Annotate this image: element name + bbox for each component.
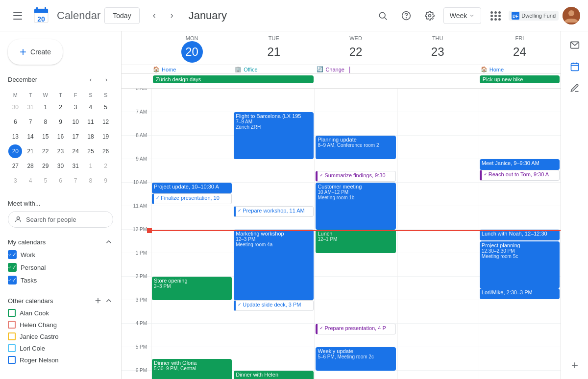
badge-mon-home[interactable]: 🏠 Home — [151, 65, 233, 73]
event-lori-mike[interactable]: Lori/Mike, 2:30–3 PM — [480, 288, 560, 299]
badge-wed-change[interactable]: 🔄 Change │ — [315, 65, 396, 73]
mini-prev-button[interactable]: ‹ — [84, 72, 98, 86]
mini-day-7[interactable]: 7 — [69, 174, 82, 188]
event-dinner-gloria[interactable]: Dinner with Gloria 5:30–9 PM, Central — [152, 359, 232, 379]
today-button[interactable]: Today — [104, 7, 139, 24]
mini-day-4[interactable]: 4 — [84, 100, 98, 114]
mini-day-19[interactable]: 19 — [99, 130, 113, 143]
mini-day-30[interactable]: 30 — [8, 100, 22, 114]
day-num-fri[interactable]: 24 — [509, 41, 530, 63]
mini-day-1[interactable]: 1 — [84, 159, 98, 173]
mini-day-8[interactable]: 8 — [39, 115, 52, 129]
mini-day-5[interactable]: 5 — [39, 174, 52, 188]
allday-event-bike[interactable]: Pick up new bike — [480, 75, 560, 83]
mini-day-6[interactable]: 6 — [53, 174, 67, 188]
mini-day-4[interactable]: 4 — [24, 174, 37, 188]
work-checkbox[interactable] — [8, 250, 17, 259]
mini-day-26[interactable]: 26 — [99, 144, 113, 158]
calendar-roger-nelson[interactable]: Roger Nelson — [8, 354, 113, 366]
event-lunch[interactable]: Lunch 12–1 PM — [316, 230, 395, 253]
calendar-tasks[interactable]: Tasks — [8, 274, 113, 286]
view-selector[interactable]: Week — [443, 7, 482, 24]
mini-day-10[interactable]: 10 — [69, 115, 82, 129]
mini-day-5[interactable]: 5 — [99, 100, 113, 114]
mini-day-22[interactable]: 22 — [39, 144, 52, 158]
add-other-calendar-button[interactable] — [94, 296, 102, 305]
allday-event-zurich[interactable]: Zürich design days — [153, 75, 314, 83]
day-num-tue[interactable]: 21 — [263, 41, 285, 63]
calendar-lori-cole[interactable]: Lori Cole — [8, 342, 113, 354]
event-project-update[interactable]: Project update, 10–10:30 A — [152, 183, 232, 193]
tasks-checkbox[interactable] — [8, 276, 17, 284]
right-icon-pencil[interactable] — [565, 78, 585, 98]
mini-day-11[interactable]: 11 — [84, 115, 98, 129]
mini-day-14[interactable]: 14 — [24, 130, 37, 143]
help-button[interactable] — [396, 6, 416, 25]
mini-day-1[interactable]: 1 — [39, 100, 52, 114]
mini-day-23[interactable]: 23 — [53, 144, 67, 158]
mini-day-13[interactable]: 13 — [8, 130, 22, 143]
event-finalize-presentation[interactable]: ✓ Finalize presentation, 10 — [152, 193, 232, 204]
event-lunch-noah[interactable]: Lunch with Noah, 12–12:30 — [480, 230, 560, 240]
other-calendars-header[interactable]: Other calendars — [8, 294, 113, 307]
search-people-button[interactable]: Search for people — [8, 211, 113, 228]
mini-day-3[interactable]: 3 — [8, 174, 22, 188]
mini-day-25[interactable]: 25 — [84, 144, 98, 158]
calendar-personal[interactable]: Personal — [8, 261, 113, 274]
mini-day-17[interactable]: 17 — [69, 130, 82, 143]
time-area[interactable]: 6 AM7 AM8 AM9 AM10 AM11 AM12 PM1 PM2 PM3… — [122, 89, 561, 379]
event-store-opening[interactable]: Store opening 2–3 PM — [152, 277, 232, 300]
mini-day-2[interactable]: 2 — [99, 159, 113, 173]
mini-day-6[interactable]: 6 — [8, 115, 22, 129]
search-button[interactable] — [373, 6, 392, 25]
account-badge[interactable]: DF Dwelling Fund — [509, 11, 559, 21]
mini-day-21[interactable]: 21 — [24, 144, 37, 158]
mini-day-24[interactable]: 24 — [69, 144, 82, 158]
day-num-wed[interactable]: 22 — [345, 41, 367, 63]
mini-day-9[interactable]: 9 — [53, 115, 67, 129]
calendar-janice-castro[interactable]: Janice Castro — [8, 331, 113, 342]
mini-day-9[interactable]: 9 — [99, 174, 113, 188]
prev-button[interactable]: ‹ — [146, 7, 163, 24]
mini-day-18[interactable]: 18 — [84, 130, 98, 143]
event-dinner-helen[interactable]: Dinner with Helen — [234, 371, 314, 379]
right-icon-mail[interactable] — [565, 35, 585, 55]
right-icon-calendar[interactable] — [565, 57, 585, 76]
mini-day-27[interactable]: 27 — [8, 159, 22, 173]
mini-day-30[interactable]: 30 — [53, 159, 67, 173]
helen-chang-checkbox[interactable] — [8, 321, 16, 329]
event-customer-meeting[interactable]: Customer meeting 10 AM–12 PM Meeting roo… — [316, 183, 395, 230]
create-button[interactable]: + Create — [8, 39, 63, 65]
event-weekly-update[interactable]: Weekly update 5–6 PM, Meeting room 2c — [316, 347, 395, 371]
apps-button[interactable] — [485, 6, 505, 25]
alan-cook-checkbox[interactable] — [8, 309, 16, 317]
mini-day-31[interactable]: 31 — [69, 159, 82, 173]
event-prepare-presentation[interactable]: ✓ Prepare presentation, 4 P — [316, 324, 395, 334]
badge-fri-home[interactable]: 🏠 Home — [479, 65, 561, 73]
event-flight-barcelona[interactable]: Flight to Barcelona (LX 195 7–9 AM Züric… — [234, 112, 314, 159]
mini-day-31[interactable]: 31 — [24, 100, 37, 114]
menu-button[interactable] — [8, 6, 27, 25]
event-marketing-workshop[interactable]: Marketing workshop 12–3 PM Meeting room … — [234, 230, 314, 300]
calendar-work[interactable]: Work — [8, 248, 113, 261]
event-planning-update[interactable]: Planning update 8–9 AM, Conference room … — [316, 136, 395, 159]
day-num-mon[interactable]: 20 — [181, 41, 203, 63]
mini-day-2[interactable]: 2 — [53, 100, 67, 114]
mini-day-20[interactable]: 20 — [8, 144, 22, 158]
user-avatar[interactable] — [563, 7, 580, 24]
mini-day-28[interactable]: 28 — [24, 159, 37, 173]
settings-button[interactable] — [420, 6, 440, 25]
event-project-planning[interactable]: Project planning 12:30–2:30 PM Meeting r… — [480, 241, 560, 288]
event-prepare-workshop[interactable]: ✓ Prepare workshop, 11 AM — [234, 206, 314, 217]
mini-day-12[interactable]: 12 — [99, 115, 113, 129]
calendar-helen-chang[interactable]: Helen Chang — [8, 319, 113, 331]
badge-tue-office[interactable]: 🏢 Office — [233, 65, 315, 73]
mini-day-8[interactable]: 8 — [84, 174, 98, 188]
mini-next-button[interactable]: › — [99, 72, 113, 86]
roger-nelson-checkbox[interactable] — [8, 356, 16, 364]
mini-day-29[interactable]: 29 — [39, 159, 52, 173]
event-meet-janice[interactable]: Meet Janice, 9–9:30 AM — [480, 159, 560, 170]
janice-castro-checkbox[interactable] — [8, 332, 16, 340]
event-reach-out-tom[interactable]: ✓ Reach out to Tom, 9:30 A — [480, 170, 560, 181]
mini-day-3[interactable]: 3 — [69, 100, 82, 114]
